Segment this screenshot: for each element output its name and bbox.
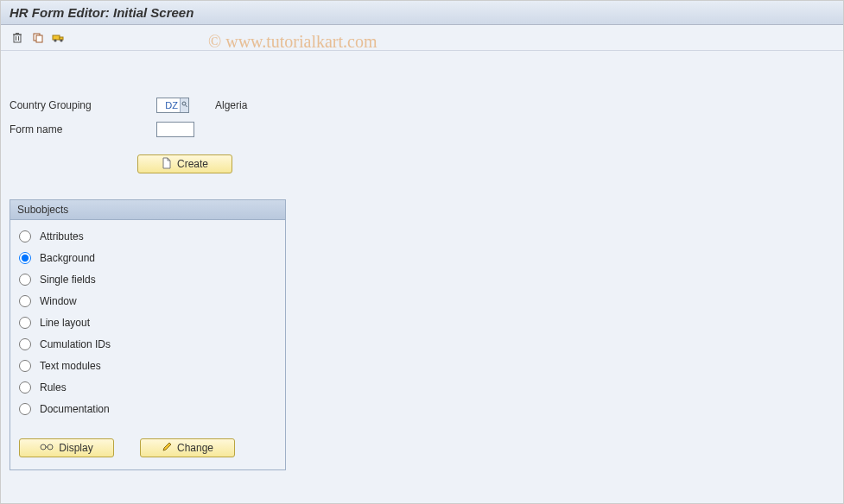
radio-input[interactable] bbox=[19, 360, 31, 372]
subobject-option[interactable]: Documentation bbox=[19, 398, 276, 419]
subobject-option[interactable]: Text modules bbox=[19, 355, 276, 376]
document-icon bbox=[162, 157, 172, 172]
delete-icon[interactable] bbox=[10, 30, 25, 46]
radio-input[interactable] bbox=[19, 317, 31, 329]
svg-point-10 bbox=[60, 39, 62, 41]
subobject-option[interactable]: Background bbox=[19, 247, 276, 268]
svg-line-12 bbox=[186, 105, 187, 108]
subobject-option[interactable]: Line layout bbox=[19, 312, 276, 333]
create-button-label: Create bbox=[177, 158, 208, 170]
country-grouping-field[interactable] bbox=[156, 98, 189, 113]
radio-input[interactable] bbox=[19, 295, 31, 307]
glasses-icon bbox=[40, 442, 54, 454]
radio-input[interactable] bbox=[19, 338, 31, 350]
radio-label: Window bbox=[40, 295, 77, 307]
radio-input[interactable] bbox=[19, 274, 31, 286]
page-title: HR Form Editor: Initial Screen bbox=[10, 5, 194, 20]
country-grouping-label: Country Grouping bbox=[10, 99, 156, 111]
radio-label: Attributes bbox=[40, 230, 84, 243]
radio-label: Line layout bbox=[40, 317, 90, 329]
subobject-option[interactable]: Cumulation IDs bbox=[19, 333, 276, 355]
radio-label: Rules bbox=[40, 381, 67, 394]
radio-label: Documentation bbox=[40, 403, 110, 415]
copy-icon[interactable] bbox=[30, 30, 46, 46]
country-grouping-row: Country Grouping Algeria bbox=[10, 94, 834, 117]
group-buttons: Display Change bbox=[19, 438, 276, 457]
svg-rect-6 bbox=[36, 35, 42, 42]
subobjects-group: Subobjects AttributesBackgroundSingle fi… bbox=[10, 199, 286, 470]
svg-point-13 bbox=[41, 444, 46, 450]
create-button[interactable]: Create bbox=[137, 154, 232, 173]
svg-rect-7 bbox=[53, 35, 60, 40]
search-help-icon[interactable] bbox=[180, 98, 188, 112]
change-button[interactable]: Change bbox=[140, 438, 235, 457]
radio-label: Text modules bbox=[40, 360, 101, 372]
transport-icon[interactable] bbox=[51, 30, 67, 46]
svg-point-14 bbox=[48, 444, 53, 450]
pencil-icon bbox=[162, 442, 172, 455]
radio-label: Cumulation IDs bbox=[40, 338, 111, 350]
country-grouping-desc: Algeria bbox=[215, 99, 247, 111]
radio-label: Single fields bbox=[40, 274, 96, 286]
subobject-option[interactable]: Attributes bbox=[19, 225, 276, 247]
form-name-row: Form name bbox=[10, 118, 834, 141]
display-button[interactable]: Display bbox=[19, 438, 114, 457]
radio-input[interactable] bbox=[19, 403, 31, 415]
content-area: Country Grouping Algeria Form name Creat… bbox=[1, 51, 843, 479]
change-button-label: Change bbox=[177, 442, 213, 454]
radio-label: Background bbox=[40, 252, 95, 264]
toolbar bbox=[1, 25, 843, 51]
display-button-label: Display bbox=[59, 442, 92, 454]
subobject-option[interactable]: Single fields bbox=[19, 268, 276, 290]
radio-input[interactable] bbox=[19, 230, 31, 243]
subobjects-body: AttributesBackgroundSingle fieldsWindowL… bbox=[10, 220, 285, 469]
svg-point-11 bbox=[182, 102, 186, 105]
svg-point-9 bbox=[54, 39, 56, 41]
radio-input[interactable] bbox=[19, 252, 31, 264]
subobjects-title: Subobjects bbox=[10, 200, 285, 220]
subobject-option[interactable]: Window bbox=[19, 290, 276, 312]
subobject-option[interactable]: Rules bbox=[19, 376, 276, 398]
form-name-label: Form name bbox=[10, 123, 156, 135]
svg-rect-0 bbox=[14, 35, 21, 42]
form-name-input[interactable] bbox=[156, 122, 194, 137]
title-bar: HR Form Editor: Initial Screen bbox=[1, 1, 843, 25]
country-grouping-input[interactable] bbox=[157, 98, 180, 112]
radio-input[interactable] bbox=[19, 381, 31, 394]
